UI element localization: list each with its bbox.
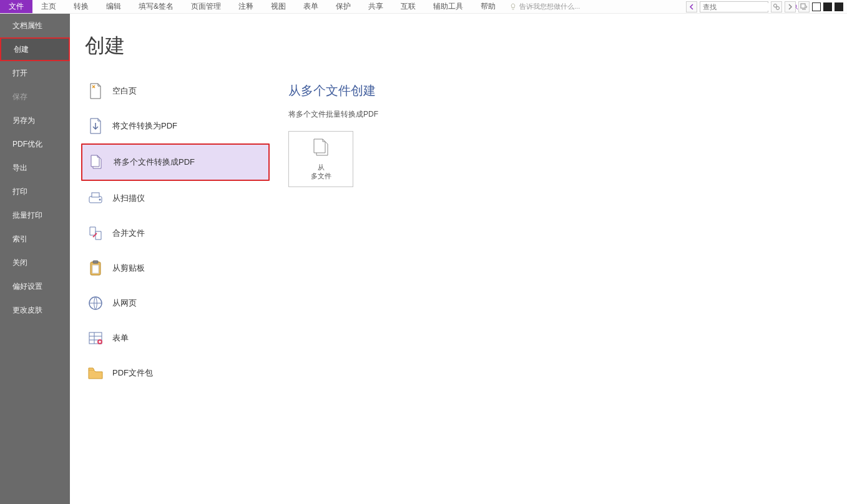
create-clipboard[interactable]: 从剪贴板	[81, 251, 270, 286]
tool-dropdown-icon[interactable]	[798, 1, 810, 12]
from-multi-files-tile[interactable]: 从多文件	[288, 131, 353, 187]
file-to-pdf-icon	[87, 118, 104, 134]
multi-file-icon	[89, 154, 105, 170]
create-item-label: 合并文件	[112, 228, 145, 239]
ribbon-tab-view[interactable]: 视图	[262, 0, 295, 13]
multi-file-icon	[311, 138, 330, 158]
create-item-label: 从扫描仪	[112, 193, 145, 204]
ribbon-tab-pagemgmt[interactable]: 页面管理	[182, 0, 230, 13]
sidebar-item-docprops[interactable]: 文档属性	[0, 14, 70, 37]
sidebar-item-batchprint[interactable]: 批量打印	[0, 203, 70, 227]
scanner-icon	[87, 190, 104, 206]
file-menu-sidebar: 文档属性 创建 打开 保存 另存为 PDF优化 导出 打印 批量打印 索引 关闭…	[0, 14, 70, 504]
sidebar-item-label: 打开	[12, 68, 27, 79]
detail-heading: 从多个文件创建	[288, 82, 847, 99]
svg-rect-5	[92, 193, 99, 197]
create-item-label: PDF文件包	[112, 367, 153, 379]
next-result-icon[interactable]	[785, 1, 796, 12]
create-item-label: 空白页	[112, 85, 137, 97]
sidebar-item-label: 打印	[12, 187, 27, 197]
create-detail-panel: 从多个文件创建 将多个文件批量转换成PDF 从多文件	[270, 14, 847, 504]
create-item-label: 从网页	[112, 298, 137, 309]
ribbon-tab-comment[interactable]: 注释	[230, 0, 262, 13]
page-title: 创建	[81, 32, 270, 60]
svg-rect-3	[801, 4, 805, 8]
sidebar-item-export[interactable]: 导出	[0, 156, 70, 180]
create-item-label: 表单	[112, 332, 129, 344]
ribbon-right-tools	[686, 0, 847, 13]
form-icon	[87, 330, 104, 346]
clipboard-icon	[87, 260, 104, 276]
tellme-placeholder: 告诉我您想做什么...	[519, 2, 580, 11]
advanced-search-icon[interactable]	[771, 1, 782, 12]
ribbon-tab-share[interactable]: 共享	[360, 0, 392, 13]
ribbon-tab-protect[interactable]: 保护	[327, 0, 360, 13]
sidebar-item-skin[interactable]: 更改皮肤	[0, 298, 70, 322]
portfolio-icon	[87, 365, 104, 381]
create-panel: 创建 空白页 将文件转换为PDF 将多个文件转换成PDF 从扫描仪 合并文件 从…	[70, 14, 270, 504]
sidebar-item-optimize[interactable]: PDF优化	[0, 132, 70, 156]
svg-point-2	[776, 6, 780, 9]
svg-point-1	[774, 4, 777, 7]
tile-label: 从多文件	[311, 163, 331, 181]
ribbon-tab-home[interactable]: 主页	[32, 0, 65, 13]
ribbon-tab-fillsign[interactable]: 填写&签名	[130, 0, 182, 13]
sidebar-item-saveas[interactable]: 另存为	[0, 109, 70, 132]
detail-subtext: 将多个文件批量转换成PDF	[288, 109, 847, 120]
sidebar-item-open[interactable]: 打开	[0, 61, 70, 85]
ribbon-tab-form[interactable]: 表单	[295, 0, 327, 13]
sidebar-item-label: 另存为	[12, 115, 35, 126]
sidebar-item-label: 保存	[12, 92, 27, 102]
create-from-scanner[interactable]: 从扫描仪	[81, 181, 270, 216]
ribbon-tab-help[interactable]: 帮助	[472, 0, 504, 13]
sidebar-item-label: 更改皮肤	[12, 305, 42, 316]
ribbon-tab-accessibility[interactable]: 辅助工具	[424, 0, 472, 13]
sidebar-item-print[interactable]: 打印	[0, 180, 70, 203]
create-item-label: 将文件转换为PDF	[112, 120, 177, 132]
sidebar-item-close[interactable]: 关闭	[0, 251, 70, 274]
sidebar-item-label: 关闭	[12, 258, 27, 268]
search-box[interactable]	[700, 1, 768, 12]
svg-rect-8	[93, 261, 98, 263]
sidebar-item-label: 批量打印	[12, 210, 42, 221]
svg-rect-9	[92, 265, 99, 273]
create-blank[interactable]: 空白页	[81, 74, 270, 109]
create-item-label: 从剪贴板	[112, 263, 145, 274]
blank-page-icon	[87, 83, 104, 99]
create-item-label: 将多个文件转换成PDF	[114, 157, 195, 168]
sidebar-item-preferences[interactable]: 偏好设置	[0, 274, 70, 298]
create-portfolio[interactable]: PDF文件包	[81, 356, 270, 390]
tellme-box[interactable]: 告诉我您想做什么...	[504, 0, 585, 13]
sidebar-item-create[interactable]: 创建	[0, 37, 70, 61]
merge-icon	[87, 225, 104, 241]
ribbon-tab-convert[interactable]: 转换	[65, 0, 97, 13]
ribbon-tab-edit[interactable]: 编辑	[97, 0, 130, 13]
svg-point-6	[99, 199, 101, 201]
create-form[interactable]: 表单	[81, 321, 270, 356]
window-close-icon[interactable]	[835, 2, 843, 11]
prev-result-icon[interactable]	[686, 1, 697, 12]
sidebar-item-label: 文档属性	[12, 21, 42, 31]
web-icon	[87, 295, 104, 311]
sidebar-item-label: 创建	[14, 44, 29, 55]
ribbon-tab-connect[interactable]: 互联	[392, 0, 424, 13]
sidebar-item-label: 导出	[12, 163, 27, 173]
sidebar-item-label: 偏好设置	[12, 281, 42, 292]
create-from-web[interactable]: 从网页	[81, 286, 270, 321]
window-minimize-icon[interactable]	[823, 2, 832, 11]
ribbon-tabs: 文件 主页 转换 编辑 填写&签名 页面管理 注释 视图 表单 保护 共享 互联…	[0, 0, 847, 14]
sidebar-item-save: 保存	[0, 85, 70, 109]
sidebar-item-index[interactable]: 索引	[0, 227, 70, 251]
lightbulb-icon	[509, 3, 517, 11]
create-multi-to-pdf[interactable]: 将多个文件转换成PDF	[81, 143, 270, 181]
ribbon-tab-file[interactable]: 文件	[0, 0, 32, 13]
sidebar-item-label: PDF优化	[12, 139, 42, 150]
window-restore-icon[interactable]	[812, 2, 821, 11]
create-merge[interactable]: 合并文件	[81, 216, 270, 251]
sidebar-item-label: 索引	[12, 234, 27, 245]
create-file-to-pdf[interactable]: 将文件转换为PDF	[81, 109, 270, 143]
